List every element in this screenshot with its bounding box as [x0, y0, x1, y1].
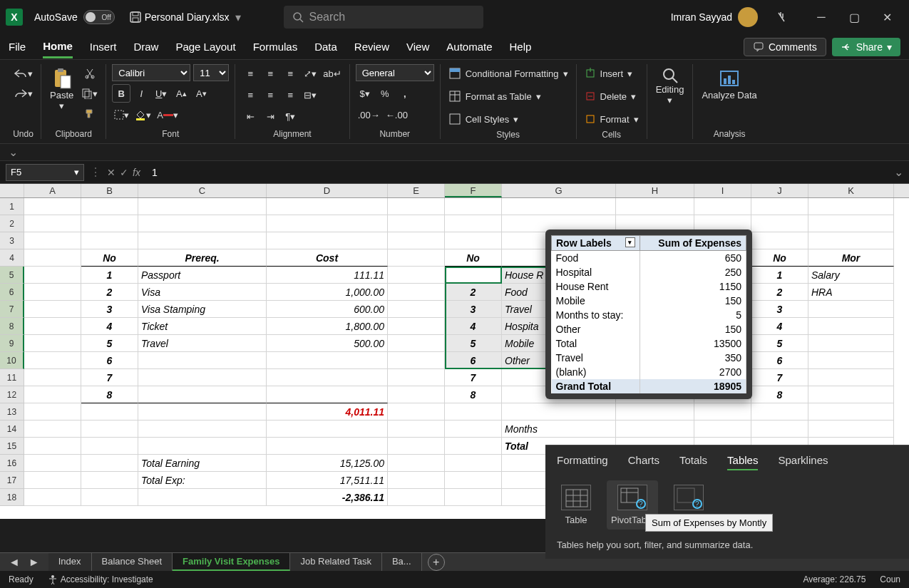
qa-tab-totals[interactable]: Totals — [679, 454, 707, 470]
cell[interactable] — [81, 198, 138, 215]
borders-button[interactable]: ▾ — [112, 105, 131, 124]
tab-home[interactable]: Home — [43, 36, 73, 58]
column-header[interactable]: K — [808, 184, 894, 197]
tab-help[interactable]: Help — [510, 36, 532, 57]
row-header[interactable]: 16 — [0, 455, 24, 472]
qa-tab-tables[interactable]: Tables — [727, 454, 758, 470]
cell[interactable]: 4,011.11 — [267, 403, 388, 421]
sheet-tab[interactable]: Job Related Task — [290, 553, 382, 571]
undo-button[interactable]: ▾ — [11, 64, 35, 83]
cell[interactable] — [388, 215, 445, 232]
row-header[interactable]: 15 — [0, 438, 24, 455]
align-center-button[interactable]: ≡ — [261, 86, 279, 104]
cell[interactable]: Visa Stamping — [138, 301, 267, 318]
column-header[interactable]: A — [24, 184, 81, 197]
sheet-tab[interactable]: Index — [48, 553, 92, 571]
enter-formula-button[interactable]: ✓ — [120, 167, 128, 178]
cell[interactable] — [388, 472, 445, 489]
cell[interactable] — [81, 215, 138, 232]
cell[interactable] — [267, 352, 388, 369]
add-sheet-button[interactable]: + — [428, 554, 445, 571]
cell[interactable] — [445, 455, 502, 472]
cell[interactable] — [808, 386, 894, 403]
cell[interactable] — [24, 335, 81, 352]
cell[interactable] — [138, 369, 267, 386]
cell[interactable] — [502, 198, 616, 215]
cancel-formula-button[interactable]: ✕ — [107, 167, 115, 178]
fx-button[interactable]: fx — [133, 167, 140, 178]
column-header[interactable]: G — [502, 184, 616, 197]
row-header[interactable]: 18 — [0, 489, 24, 506]
toggle-off-icon[interactable]: Off — [83, 10, 115, 24]
cell[interactable] — [445, 438, 502, 455]
cell[interactable]: 3 — [81, 301, 138, 318]
percent-button[interactable]: % — [376, 84, 394, 103]
cell[interactable] — [445, 472, 502, 489]
qa-tab-sparklines[interactable]: Sparklines — [778, 454, 828, 470]
row-header[interactable]: 6 — [0, 284, 24, 301]
cell[interactable]: -2,386.11 — [267, 489, 388, 506]
tab-file[interactable]: File — [9, 36, 26, 57]
cell[interactable]: 5 — [751, 335, 808, 352]
cell[interactable] — [388, 489, 445, 506]
user-avatar[interactable] — [738, 7, 758, 27]
cell[interactable] — [388, 455, 445, 472]
cell[interactable] — [751, 421, 808, 438]
cell[interactable] — [24, 198, 81, 215]
accessibility-status[interactable]: Accessibility: Investigate — [48, 574, 153, 584]
align-left-button[interactable]: ≡ — [241, 86, 260, 104]
cell[interactable] — [751, 198, 808, 215]
cell[interactable] — [138, 421, 267, 438]
cell[interactable] — [616, 421, 694, 438]
cell[interactable] — [808, 318, 894, 335]
cell[interactable]: 3 — [445, 301, 502, 318]
comma-button[interactable]: , — [396, 84, 414, 103]
cell[interactable] — [267, 215, 388, 232]
sheet-prev-button[interactable]: ◄ — [9, 556, 20, 569]
cell[interactable]: Salary — [808, 267, 894, 284]
cell[interactable] — [24, 249, 81, 267]
chevron-down-icon[interactable]: ▾ — [235, 11, 241, 24]
formula-input[interactable] — [146, 164, 888, 181]
user-name[interactable]: Imran Sayyad — [671, 11, 732, 23]
cell[interactable] — [138, 438, 267, 455]
cell-styles-button[interactable]: Cell Styles ▾ — [446, 110, 520, 128]
cell[interactable] — [138, 386, 267, 403]
cell[interactable] — [808, 421, 894, 438]
sheet-next-button[interactable]: ► — [29, 556, 40, 569]
ribbon-collapse-bar[interactable]: ⌄ — [0, 144, 909, 161]
cell[interactable]: 1 — [751, 267, 808, 284]
cell[interactable] — [24, 352, 81, 369]
delete-cells-button[interactable]: Delete ▾ — [582, 87, 639, 105]
cell[interactable] — [445, 489, 502, 506]
cell[interactable]: 2 — [81, 284, 138, 301]
cell[interactable]: Visa — [138, 284, 267, 301]
cell[interactable] — [445, 421, 502, 438]
cell[interactable] — [24, 455, 81, 472]
rtl-button[interactable]: ¶▾ — [281, 107, 299, 125]
increase-font-button[interactable]: A▴ — [172, 84, 190, 103]
cell[interactable] — [808, 301, 894, 318]
name-box[interactable]: F5▾ — [6, 164, 84, 181]
cut-button[interactable] — [79, 64, 100, 83]
cell[interactable]: No — [445, 249, 502, 267]
cell[interactable] — [81, 403, 138, 421]
save-button[interactable] — [126, 8, 145, 26]
cell[interactable] — [138, 215, 267, 232]
font-color-button[interactable]: A ▾ — [155, 105, 180, 124]
search-box[interactable]: Search — [284, 6, 483, 29]
cell[interactable] — [388, 386, 445, 403]
column-header[interactable]: D — [267, 184, 388, 197]
cell[interactable] — [267, 421, 388, 438]
merge-button[interactable]: ⊟▾ — [301, 86, 319, 104]
row-header[interactable]: 17 — [0, 472, 24, 489]
cell[interactable] — [751, 232, 808, 249]
cell[interactable] — [81, 421, 138, 438]
currency-button[interactable]: $▾ — [356, 84, 374, 103]
cell[interactable]: 3 — [751, 301, 808, 318]
cell[interactable] — [24, 267, 81, 284]
cell[interactable]: Ticket — [138, 318, 267, 335]
cell[interactable] — [138, 232, 267, 249]
cell[interactable] — [445, 198, 502, 215]
tab-review[interactable]: Review — [354, 36, 389, 57]
